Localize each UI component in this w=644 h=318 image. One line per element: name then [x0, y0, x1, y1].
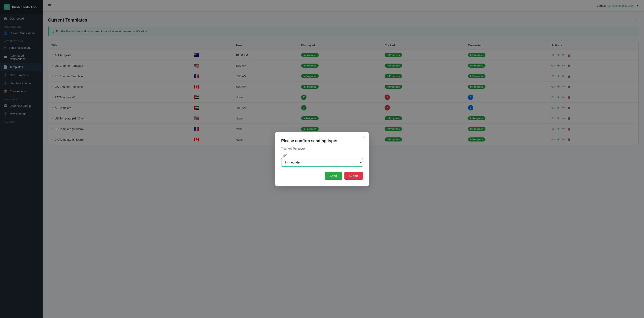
modal-subtitle-prefix: Title: [281, 147, 288, 150]
modal-subtitle: Title: AU Template [281, 147, 363, 150]
modal-overlay[interactable]: × Please confirm sending type: Title: AU… [0, 0, 644, 318]
modal-title: Please confirm sending type: [281, 138, 363, 143]
modal-type-label: Type [281, 153, 363, 157]
send-button[interactable]: Send [325, 172, 342, 180]
modal-subtitle-value: AU Template [288, 147, 305, 150]
confirm-sending-modal: × Please confirm sending type: Title: AU… [275, 132, 369, 186]
sending-type-select[interactable]: Immediate Scheduled Test [281, 158, 363, 167]
modal-actions: Send Close [281, 172, 363, 180]
close-button[interactable]: Close [344, 172, 363, 180]
modal-close-button[interactable]: × [362, 135, 365, 139]
